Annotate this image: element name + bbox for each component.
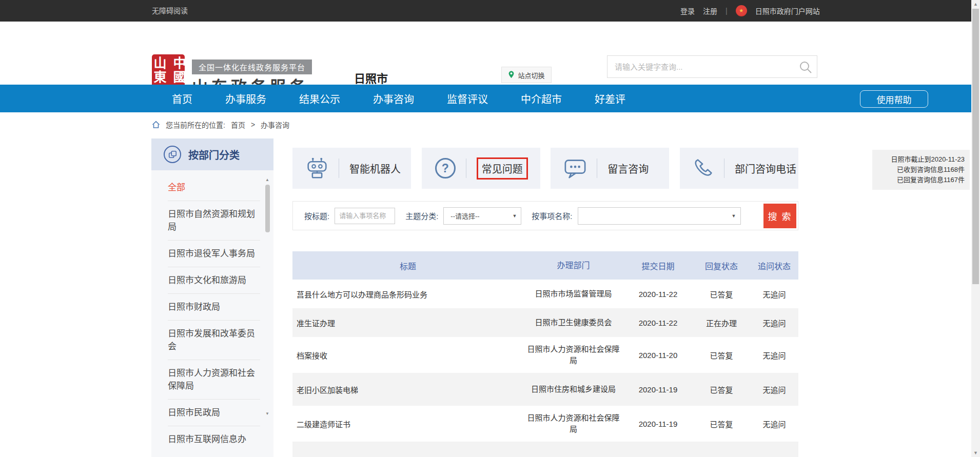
register-link[interactable]: 注册 (703, 6, 717, 16)
title-filter-input[interactable] (335, 208, 395, 224)
tab-divider (339, 158, 339, 178)
accessibility-link[interactable]: 无障碍阅读 (152, 0, 188, 22)
tab-smart-robot-label: 智能机器人 (349, 161, 401, 176)
row-followup-status: 无追问 (750, 350, 798, 361)
nav-item-intermediary[interactable]: 中介超市 (521, 91, 562, 106)
row-reply-status: 已答复 (693, 350, 750, 361)
row-title-link[interactable]: 二级建造师证书 (292, 419, 523, 429)
row-department: 日照市卫生健康委员会 (523, 317, 623, 328)
tab-smart-robot[interactable]: 智能机器人 (292, 148, 411, 189)
filter-bar: 按标题: 主题分类: --请选择-- ▼ 按事项名称: ▼ 搜 索 (292, 201, 798, 230)
breadcrumb: 您当前所在的位置: 首页 > 办事咨询 (152, 120, 289, 130)
question-icon: ? (435, 158, 456, 178)
col-date: 提交日期 (623, 260, 693, 272)
row-reply-status: 已答复 (693, 289, 750, 300)
row-department: 日照市住房和城乡建设局 (523, 384, 623, 395)
row-reply-status: 正在办理 (693, 317, 750, 328)
sidebar-item-civil-affairs[interactable]: 日照市民政局 (168, 400, 260, 426)
nav-item-services[interactable]: 办事服务 (225, 91, 266, 106)
table-row: 莒县什么地方可以办理商品条形码业务 日照市市场监督管理局 2020-11-22 … (292, 280, 798, 308)
sidebar-header: 按部门分类 (151, 138, 273, 170)
row-reply-status: 已答复 (693, 419, 750, 429)
location-pin-icon (508, 71, 515, 80)
col-reply-status: 回复状态 (693, 260, 750, 272)
sidebar-item-development-reform[interactable]: 日照市发展和改革委员会 (168, 321, 260, 360)
site-switch-button[interactable]: 站点切换 (501, 67, 552, 83)
topic-select[interactable]: --请选择-- ▼ (443, 207, 521, 225)
search-button[interactable]: 搜 索 (763, 204, 796, 228)
nav-item-consult[interactable]: 办事咨询 (373, 91, 414, 106)
nav-item-review[interactable]: 好差评 (595, 91, 625, 106)
row-title-link[interactable]: 档案接收 (292, 350, 523, 361)
stats-line-received: 已收到咨询信息1168件 (877, 165, 965, 175)
row-date: 2020-11-20 (623, 351, 693, 360)
sidebar-item-internet-info[interactable]: 日照市互联网信息办 (168, 426, 260, 452)
sidebar-item-culture-tourism[interactable]: 日照市文化和旅游局 (168, 267, 260, 294)
national-emblem-icon: ★ (736, 5, 747, 16)
sidebar-scroll-down-icon[interactable]: ▼ (265, 411, 269, 416)
stats-line-replied: 已回复咨询信息1167件 (877, 175, 965, 185)
consult-stats: 日照市截止到2020-11-23 已收到咨询信息1168件 已回复咨询信息116… (872, 150, 970, 190)
nav-item-home[interactable]: 首页 (172, 91, 192, 106)
sidebar-scrollbar-thumb[interactable] (265, 185, 270, 232)
tab-phone-consult[interactable]: 部门咨询电话 (680, 148, 798, 189)
breadcrumb-home[interactable]: 首页 (231, 120, 245, 130)
search-icon[interactable] (798, 60, 813, 74)
robot-icon (306, 157, 328, 179)
sidebar-item-human-resources[interactable]: 日照市人力资源和社会保障局 (168, 360, 260, 400)
stats-line-date: 日照市截止到2020-11-23 (877, 154, 965, 165)
breadcrumb-prefix: 您当前所在的位置: (166, 120, 225, 130)
col-title: 标题 (292, 260, 523, 272)
table-row-partial (292, 442, 798, 457)
table-row: 档案接收 日照市人力资源和社会保障局 2020-11-20 已答复 无追问 (292, 337, 798, 373)
nav-item-supervision[interactable]: 监督评议 (447, 91, 488, 106)
sidebar-item-finance[interactable]: 日照市财政局 (168, 294, 260, 321)
page-scrollbar-thumb[interactable] (972, 9, 979, 284)
row-title-link[interactable]: 莒县什么地方可以办理商品条形码业务 (292, 289, 523, 300)
nav-item-results[interactable]: 结果公示 (299, 91, 340, 106)
row-department: 日照市人力资源和社会保障局 (523, 344, 623, 366)
sidebar-item-all[interactable]: 全部 (168, 174, 260, 201)
row-followup-status: 无追问 (750, 317, 798, 328)
tab-message-consult[interactable]: 留言咨询 (551, 148, 669, 189)
table-row: 准生证办理 日照市卫生健康委员会 2020-11-22 正在办理 无追问 (292, 308, 798, 337)
tab-faq[interactable]: ? 常见问题 (422, 148, 540, 189)
breadcrumb-current: 办事咨询 (261, 120, 289, 130)
sidebar-scroll-up-icon[interactable]: ▲ (265, 177, 269, 182)
table-row: 二级建造师证书 日照市人力资源和社会保障局 2020-11-19 已答复 无追问 (292, 406, 798, 442)
city-name: 日照市 (354, 69, 388, 86)
topbar-right-group: 登录 注册 | ★ 日照市政府门户网站 (680, 0, 820, 22)
title-filter-label: 按标题: (304, 210, 329, 221)
scroll-up-icon[interactable]: ▲ (971, 2, 980, 7)
login-link[interactable]: 登录 (680, 6, 695, 16)
sidebar-item-natural-resources[interactable]: 日照市自然资源和规划局 (168, 201, 260, 241)
sidebar-item-veterans[interactable]: 日照市退役军人事务局 (168, 241, 260, 267)
main-nav-list: 首页 办事服务 结果公示 办事咨询 监督评议 中介超市 好差评 (0, 85, 971, 112)
row-department: 日照市人力资源和社会保障局 (523, 412, 623, 435)
consult-tabs: 智能机器人 ? 常见问题 留言咨询 部门咨询电话 (292, 148, 798, 189)
breadcrumb-separator: > (251, 121, 255, 129)
topic-select-value: --请选择-- (450, 211, 479, 221)
phone-icon (693, 158, 714, 178)
tab-faq-label: 常见问题 (477, 157, 528, 180)
help-button[interactable]: 使用帮助 (860, 90, 928, 108)
row-title-link[interactable]: 老旧小区加装电梯 (292, 384, 523, 395)
portal-link[interactable]: 日照市政府门户网站 (755, 6, 820, 16)
site-switch-label: 站点切换 (518, 70, 544, 80)
scroll-down-icon[interactable]: ▼ (971, 450, 980, 455)
home-icon (152, 121, 160, 129)
page-scrollbar[interactable]: ▲ ▼ (971, 0, 980, 457)
row-reply-status: 已答复 (693, 384, 750, 395)
col-department: 办理部门 (523, 260, 623, 271)
tab-divider (724, 158, 724, 178)
platform-badge: 全国一体化在线政务服务平台 (192, 59, 312, 74)
tab-phone-consult-label: 部门咨询电话 (735, 161, 796, 176)
keyword-search (607, 55, 817, 78)
row-department: 日照市市场监督管理局 (523, 288, 623, 300)
item-select[interactable]: ▼ (578, 207, 741, 225)
row-title-link[interactable]: 准生证办理 (292, 317, 523, 328)
keyword-search-input[interactable] (607, 56, 817, 77)
chevron-down-icon: ▼ (512, 213, 517, 218)
table-row: 老旧小区加装电梯 日照市住房和城乡建设局 2020-11-19 已答复 无追问 (292, 373, 798, 406)
tab-message-consult-label: 留言咨询 (607, 161, 649, 176)
